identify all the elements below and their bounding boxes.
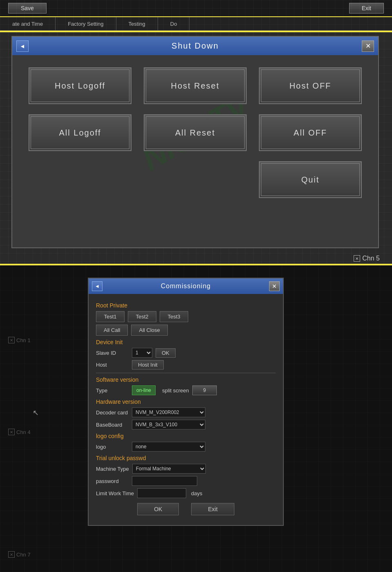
type-value[interactable]: on-line: [132, 385, 156, 395]
bottom-buttons: OK Exit: [96, 503, 276, 520]
baseboard-label: BaseBoard: [96, 422, 129, 428]
all-call-button[interactable]: All Call: [96, 325, 128, 336]
nav-item-factory[interactable]: Factory Setting: [56, 17, 116, 30]
root-private-buttons: Test1 Test2 Test3: [96, 311, 276, 322]
channel-4-x-icon: ✕: [8, 429, 15, 435]
comm-back-button[interactable]: ◄: [92, 281, 102, 291]
type-row: Type on-line split screen 9: [96, 385, 276, 395]
split-screen-spinner[interactable]: 9: [192, 385, 217, 395]
trial-unlock-header: Trial unlock passwd: [96, 455, 276, 461]
machine-type-label: Machine Type: [96, 466, 129, 472]
comm-titlebar: ◄ Commissioning ✕: [89, 278, 283, 294]
dialog-close-button[interactable]: ✕: [362, 40, 374, 52]
slave-id-row: Slave ID 1 2 OK: [96, 348, 276, 358]
channel-7-x-icon: ✕: [8, 551, 15, 558]
software-version-header: Software version: [96, 376, 276, 383]
test2-button[interactable]: Test2: [128, 311, 156, 322]
decoder-card-select[interactable]: NVM_M_V200R002: [132, 407, 205, 417]
password-input[interactable]: [132, 476, 197, 486]
bg-channel-1: ✕ Chn 1: [8, 337, 31, 343]
logo-label: logo: [96, 444, 129, 450]
top-section: Save Exit ate and Time Factory Setting T…: [0, 0, 392, 265]
limit-work-time-input[interactable]: [137, 488, 186, 498]
host-row: Host Host Init: [96, 360, 276, 369]
password-row: password: [96, 476, 276, 486]
host-reset-button[interactable]: Host Reset: [144, 67, 247, 104]
slave-id-label: Slave ID: [96, 350, 129, 356]
logo-row: logo none: [96, 442, 276, 452]
all-reset-button[interactable]: All Reset: [144, 114, 247, 151]
logo-config-header: logo config: [96, 433, 276, 439]
split-screen-label: split screen: [162, 387, 189, 394]
nav-bar: ate and Time Factory Setting Testing Do: [0, 16, 392, 31]
root-private-header: Root Private: [96, 302, 276, 309]
days-label: days: [191, 490, 202, 496]
baseboard-row: BaseBoard NVM_B_3x3_V100: [96, 420, 276, 430]
all-logoff-button[interactable]: All Logoff: [29, 114, 131, 151]
type-label: Type: [96, 387, 129, 394]
divider-1: [96, 373, 276, 373]
bottom-section: ✕ Chn 1 ✕ Chn 4 ✕ Chn 7 ↖ NICCTV ◄ Commi…: [0, 265, 392, 572]
top-toolbar: Save Exit: [0, 0, 392, 16]
comm-title: Commissioning: [161, 283, 211, 290]
dialog-content: NICCTV Host Logoff Host Reset Host OFF A…: [12, 55, 378, 210]
hardware-version-header: Hardware version: [96, 398, 276, 405]
device-init-header: Device Init: [96, 339, 276, 345]
nav-item-testing[interactable]: Testing: [116, 17, 158, 30]
commissioning-dialog: ◄ Commissioning ✕ Root Private Test1 Tes…: [88, 278, 284, 526]
dialog-back-button[interactable]: ◄: [16, 40, 29, 52]
comm-ok-button[interactable]: OK: [137, 503, 179, 515]
logo-select[interactable]: none: [132, 442, 205, 452]
yellow-border-top: [0, 31, 392, 32]
yellow-border-bottom: [0, 264, 392, 265]
decoder-card-row: Decoder card NVM_M_V200R002: [96, 407, 276, 417]
nav-item-date-time[interactable]: ate and Time: [0, 17, 56, 30]
baseboard-select[interactable]: NVM_B_3x3_V100: [132, 420, 205, 430]
channel-1-x-icon: ✕: [8, 337, 15, 343]
quit-button[interactable]: Quit: [259, 161, 362, 198]
comm-close-button[interactable]: ✕: [269, 281, 280, 291]
slave-id-select[interactable]: 1 2: [132, 348, 152, 358]
test3-button[interactable]: Test3: [160, 311, 188, 322]
slave-ok-button[interactable]: OK: [156, 348, 176, 358]
dialog-title: Shut Down: [172, 41, 219, 51]
host-off-button[interactable]: Host OFF: [259, 67, 362, 104]
dialog-titlebar: ◄ Shut Down ✕: [12, 37, 378, 55]
bg-channel-4: ✕ Chn 4: [8, 429, 31, 435]
nav-item-do[interactable]: Do: [158, 17, 190, 30]
exit-button[interactable]: Exit: [349, 3, 384, 13]
host-init-button[interactable]: Host Init: [132, 360, 164, 369]
root-private-buttons-2: All Call All Close: [96, 325, 276, 336]
all-close-button[interactable]: All Close: [131, 325, 167, 336]
channel-indicator-5: ✕ Chn 5: [354, 255, 380, 262]
limit-work-time-row: Limit Work Time days: [96, 488, 276, 498]
host-label: Host: [96, 362, 129, 368]
all-off-button[interactable]: All OFF: [259, 114, 362, 151]
limit-work-time-label: Limit Work Time: [96, 490, 134, 496]
decoder-card-label: Decoder card: [96, 410, 129, 416]
bg-channel-7: ✕ Chn 7: [8, 551, 31, 558]
save-button[interactable]: Save: [8, 3, 47, 13]
channel-x-icon: ✕: [354, 255, 360, 262]
shutdown-dialog: ◄ Shut Down ✕ NICCTV Host Logoff Host Re…: [11, 36, 379, 248]
machine-type-select[interactable]: Formal Machine Trial Machine: [132, 464, 206, 474]
machine-type-row: Machine Type Formal Machine Trial Machin…: [96, 464, 276, 474]
host-logoff-button[interactable]: Host Logoff: [29, 67, 131, 104]
cursor-decoration: ↖: [33, 408, 39, 417]
test1-button[interactable]: Test1: [96, 311, 125, 322]
comm-body: Root Private Test1 Test2 Test3 All Call …: [89, 294, 283, 525]
comm-exit-button[interactable]: Exit: [191, 503, 234, 515]
password-label: password: [96, 478, 129, 484]
